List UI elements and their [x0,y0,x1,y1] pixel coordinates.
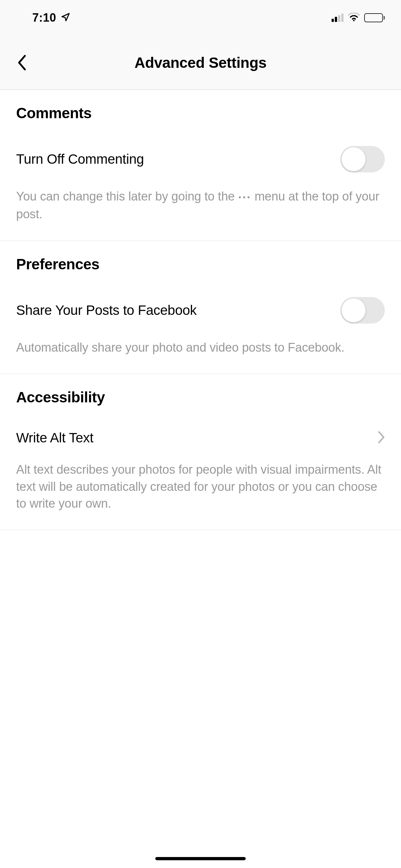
nav-write-alt-text[interactable]: Write Alt Text [16,430,385,445]
section-accessibility: Accessibility Write Alt Text Alt text de… [0,374,401,530]
more-dots-icon: ··· [238,189,251,206]
setting-share-to-facebook: Share Your Posts to Facebook [16,297,385,323]
section-comments: Comments Turn Off Commenting You can cha… [0,90,401,241]
toggle-knob [342,299,366,322]
setting-label: Share Your Posts to Facebook [16,303,197,318]
section-header-accessibility: Accessibility [16,389,385,406]
battery-icon [364,13,385,22]
svg-point-0 [353,20,355,21]
section-preferences: Preferences Share Your Posts to Facebook… [0,241,401,374]
wifi-icon [348,12,360,23]
setting-description: Automatically share your photo and video… [16,339,385,356]
toggle-turn-off-commenting[interactable] [340,146,385,173]
page-title: Advanced Settings [0,54,401,71]
chevron-left-icon [17,55,26,71]
location-arrow-icon [61,12,70,23]
status-bar: 7:10 [0,0,401,35]
section-header-preferences: Preferences [16,255,385,273]
header: Advanced Settings [0,35,401,90]
setting-description: You can change this later by going to th… [16,188,385,223]
back-button[interactable] [13,53,30,72]
chevron-right-icon [378,431,385,445]
status-left: 7:10 [32,11,70,25]
status-time: 7:10 [32,11,56,25]
nav-label: Write Alt Text [16,430,93,445]
home-indicator[interactable] [155,857,246,860]
cellular-signal-icon [332,13,343,22]
section-header-comments: Comments [16,104,385,122]
toggle-share-to-facebook[interactable] [340,297,385,323]
toggle-knob [342,147,366,171]
setting-description: Alt text describes your photos for peopl… [16,461,385,512]
status-right [332,12,385,23]
setting-label: Turn Off Commenting [16,151,144,167]
setting-turn-off-commenting: Turn Off Commenting [16,146,385,173]
